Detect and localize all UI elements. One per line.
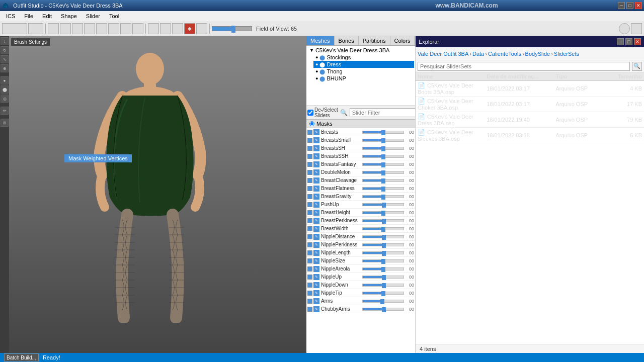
toolbar-btn-a[interactable]: ✏: [148, 23, 159, 34]
fe-close[interactable]: ✕: [634, 38, 641, 45]
slider-track-13[interactable]: [362, 235, 404, 238]
slider-checkbox-3[interactable]: [307, 154, 312, 159]
slider-track-1[interactable]: [362, 139, 404, 142]
slider-checkbox-12[interactable]: [307, 226, 312, 231]
slider-edit-3[interactable]: ✎: [313, 153, 319, 159]
toolbar-btn-c[interactable]: ▲: [172, 23, 183, 34]
tree-item-thong[interactable]: ● ⬤ Thong: [313, 68, 414, 75]
menu-edit[interactable]: Edit: [38, 12, 56, 20]
slider-edit-18[interactable]: ✎: [313, 274, 319, 280]
slider-track-8[interactable]: [362, 195, 404, 198]
tool-grid[interactable]: ⊞: [1, 119, 9, 127]
slider-row[interactable]: ✎ NippleDown 00: [306, 281, 415, 289]
slider-edit-11[interactable]: ✎: [313, 218, 319, 224]
toolbar-btn-d[interactable]: ◆: [184, 23, 195, 34]
tool-brush-solid[interactable]: ⬤: [1, 85, 9, 94]
slider-edit-21[interactable]: ✎: [313, 298, 319, 304]
slider-checkbox-18[interactable]: [307, 275, 312, 280]
sliders-list[interactable]: ✎ Breasts 00 ✎ BreastsSmall 00 ✎ Breasts…: [306, 128, 415, 353]
toolbar-brush3[interactable]: ◎: [108, 23, 119, 34]
slider-track-7[interactable]: [362, 187, 404, 190]
search-input-fe[interactable]: [418, 62, 630, 71]
slider-track-4[interactable]: [362, 163, 404, 166]
slider-checkbox-13[interactable]: [307, 234, 312, 239]
slider-row[interactable]: ✎ BreastWidth 00: [306, 225, 415, 233]
slider-track-5[interactable]: [362, 171, 404, 174]
slider-edit-1[interactable]: ✎: [313, 137, 319, 143]
minimize-btn[interactable]: ─: [618, 2, 625, 9]
slider-row[interactable]: ✎ BreastCleavage 00: [306, 176, 415, 185]
slider-track-17[interactable]: [362, 267, 404, 270]
slider-row[interactable]: ✎ BreastHeight 00: [306, 209, 415, 217]
slider-edit-7[interactable]: ✎: [313, 186, 319, 192]
tool-paint[interactable]: ✏: [1, 107, 9, 115]
slider-filter-input[interactable]: [350, 108, 424, 117]
tool-move[interactable]: ↕: [1, 37, 9, 45]
slider-row[interactable]: ✎ NippleSize 00: [306, 257, 415, 265]
slider-row[interactable]: ✎ NippleDistance 00: [306, 233, 415, 241]
deselect-checkbox[interactable]: [307, 110, 313, 116]
slider-row[interactable]: ✎ NippleAreola 00: [306, 265, 415, 273]
toolbar-github[interactable]: ⚙: [619, 23, 630, 34]
slider-track-6[interactable]: [362, 179, 404, 182]
slider-track-3[interactable]: [362, 155, 404, 158]
slider-row[interactable]: ✎ BreastPerkiness 00: [306, 217, 415, 225]
slider-checkbox-10[interactable]: [307, 210, 312, 215]
tool-rotate2[interactable]: ↻: [1, 46, 9, 54]
col-header-name[interactable]: Nome: [418, 73, 487, 79]
slider-row[interactable]: ✎ BreastsFantasy 00: [306, 160, 415, 168]
slider-row[interactable]: ✎ NippleLength 00: [306, 249, 415, 257]
tool-scale[interactable]: ⤡: [1, 55, 9, 63]
slider-checkbox-6[interactable]: [307, 178, 312, 183]
breadcrumb-2[interactable]: Data: [472, 51, 484, 57]
slider-edit-13[interactable]: ✎: [313, 234, 319, 240]
tree-item-bhunp[interactable]: ● ⬤ BHUNP: [313, 75, 414, 82]
slider-edit-0[interactable]: ✎: [313, 129, 319, 135]
slider-row[interactable]: ✎ NippleTip 00: [306, 289, 415, 297]
viewport[interactable]: Brush Settings Mask Weighted Vertices: [9, 36, 306, 353]
slider-track-15[interactable]: [362, 251, 404, 254]
slider-row[interactable]: ✎ ChubbyArms 00: [306, 305, 415, 313]
menu-ics[interactable]: ICS: [2, 12, 19, 20]
tool-crosshair[interactable]: ⊕: [1, 64, 9, 72]
col-header-date[interactable]: Data de modificaç...: [487, 73, 555, 79]
breadcrumb-4[interactable]: BodySlide: [525, 51, 550, 57]
slider-checkbox-7[interactable]: [307, 186, 312, 191]
menu-slider[interactable]: Slider: [82, 12, 104, 20]
slider-track-19[interactable]: [362, 284, 404, 287]
slider-track-9[interactable]: [362, 203, 404, 206]
slider-row[interactable]: ✎ NippleUp 00: [306, 273, 415, 281]
close-btn[interactable]: ✕: [635, 2, 642, 9]
menu-tool[interactable]: Tool: [105, 12, 123, 20]
slider-row[interactable]: ✎ BreastsSH 00: [306, 144, 415, 152]
file-row[interactable]: 📄C5Kev's Vale Deer Choker 3BA.osp 18/01/…: [416, 97, 644, 112]
slider-track-22[interactable]: [362, 308, 404, 311]
slider-track-18[interactable]: [362, 276, 404, 279]
file-row[interactable]: 📄C5Kev's Vale Deer Dress 3BA.osp 18/01/2…: [416, 112, 644, 128]
toolbar-btn-b[interactable]: ⬤: [160, 23, 171, 34]
toolbar-transform[interactable]: ⤢: [60, 23, 71, 34]
toolbar-brush1[interactable]: ●: [84, 23, 95, 34]
slider-row[interactable]: ✎ NipplePerkiness 00: [306, 241, 415, 249]
file-row[interactable]: 📄C5Kev's Vale Deer Sleeves 3BA.osp 18/01…: [416, 128, 644, 143]
fov-slider[interactable]: [212, 26, 252, 31]
slider-edit-9[interactable]: ✎: [313, 202, 319, 208]
toolbar-brush2[interactable]: ○: [96, 23, 107, 34]
slider-edit-16[interactable]: ✎: [313, 258, 319, 264]
breadcrumb-3[interactable]: CalienteTools: [488, 51, 521, 57]
slider-edit-20[interactable]: ✎: [313, 290, 319, 296]
breadcrumb-5[interactable]: SliderSets: [554, 51, 579, 57]
batch-build-btn[interactable]: Batch Build...: [4, 353, 39, 361]
search-button[interactable]: 🔍: [632, 62, 642, 71]
slider-edit-8[interactable]: ✎: [313, 194, 319, 200]
tab-partitions[interactable]: Partitions: [359, 36, 390, 45]
toolbar-extra[interactable]: P: [631, 23, 642, 34]
slider-checkbox-19[interactable]: [307, 283, 312, 288]
slider-edit-10[interactable]: ✎: [313, 210, 319, 216]
slider-track-12[interactable]: [362, 227, 404, 230]
tab-bones[interactable]: Bones: [335, 36, 359, 45]
slider-row[interactable]: ✎ Arms 00: [306, 297, 415, 305]
slider-checkbox-2[interactable]: [307, 146, 312, 151]
fe-minimize[interactable]: ─: [617, 38, 624, 45]
toolbar-btn-e[interactable]: ↕: [196, 23, 207, 34]
